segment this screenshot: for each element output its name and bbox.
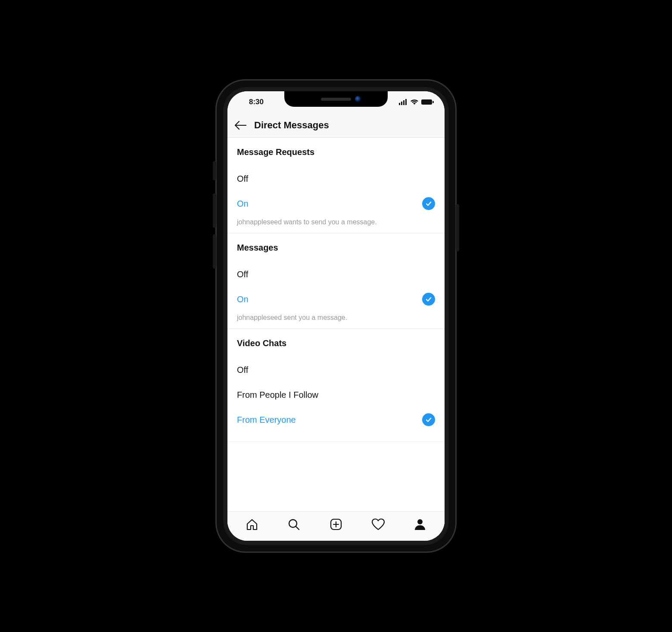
cellular-icon [399,99,408,105]
volume-down-button [213,234,216,269]
svg-rect-3 [405,99,407,105]
section-title: Video Chats [237,338,435,348]
status-time: 8:30 [241,98,284,106]
tab-home[interactable] [243,516,261,533]
plus-square-icon [330,518,342,531]
heart-icon [371,518,385,531]
option-label: Off [237,365,248,375]
option-video-chats-off[interactable]: Off [237,359,435,380]
tab-profile[interactable] [411,516,429,533]
home-icon [246,518,258,531]
page-title: Direct Messages [254,120,329,131]
option-label: Off [237,270,248,279]
svg-rect-1 [401,102,402,105]
search-icon [287,518,300,531]
svg-point-11 [417,519,423,524]
section-title: Messages [237,243,435,253]
wifi-icon [410,99,419,105]
section-subtext: johnappleseed sent you a message. [237,314,435,322]
profile-icon [414,518,426,530]
back-button[interactable] [234,119,246,131]
checkmark-icon [422,197,435,210]
svg-line-7 [296,527,299,530]
option-messages-on[interactable]: On [237,289,435,310]
section-messages: Messages Off On johnappleseed sent you a… [227,233,445,329]
section-title: Message Requests [237,147,435,157]
mute-switch [213,161,216,180]
status-indicators [399,99,434,105]
svg-rect-0 [399,103,400,105]
page-header: Direct Messages [227,113,445,138]
option-video-chats-follow[interactable]: From People I Follow [237,384,435,405]
option-label: On [237,199,249,209]
option-label: Off [237,174,248,184]
checkmark-icon [422,413,435,426]
power-button [456,204,459,251]
volume-up-button [213,193,216,228]
option-message-requests-on[interactable]: On [237,193,435,214]
phone-frame: 8:30 [215,79,457,553]
svg-rect-2 [403,100,404,105]
checkmark-icon [422,293,435,306]
tab-search[interactable] [285,516,302,533]
content-scroll[interactable]: Message Requests Off On johnappleseed wa… [227,138,445,511]
option-label: From Everyone [237,415,296,425]
speaker [321,98,351,101]
svg-rect-4 [421,99,432,105]
option-label: From People I Follow [237,390,318,400]
phone-bezel: 8:30 [223,87,449,545]
screen: 8:30 [227,91,445,541]
option-message-requests-off[interactable]: Off [237,168,435,189]
option-label: On [237,294,249,304]
svg-rect-5 [432,101,434,103]
option-messages-off[interactable]: Off [237,264,435,285]
back-arrow-icon [234,121,246,130]
section-message-requests: Message Requests Off On johnappleseed wa… [227,138,445,233]
front-camera [355,96,361,102]
tab-new-post[interactable] [327,516,345,533]
tab-bar [227,511,445,541]
tab-activity[interactable] [370,516,387,533]
notch [284,91,388,107]
option-video-chats-everyone[interactable]: From Everyone [237,409,435,430]
section-subtext: johnappleseed wants to send you a messag… [237,218,435,226]
battery-icon [421,99,434,105]
section-video-chats: Video Chats Off From People I Follow Fro… [227,329,445,442]
